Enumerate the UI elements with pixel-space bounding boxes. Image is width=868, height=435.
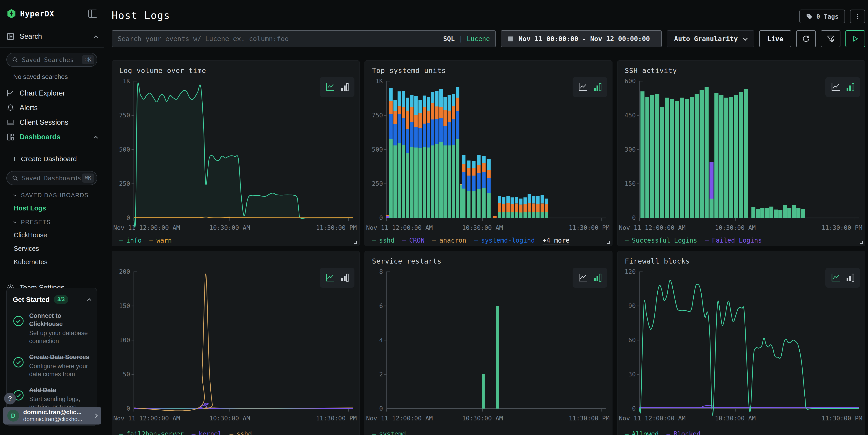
- saved-dashboards-input[interactable]: ⌘K: [6, 171, 97, 185]
- more-options-button[interactable]: [850, 9, 865, 23]
- legend-item[interactable]: —anacron: [432, 237, 466, 244]
- get-started-step[interactable]: Connect to ClickHouse Set up your databa…: [13, 312, 91, 345]
- kebab-icon: [854, 13, 861, 20]
- svg-text:11:30:00 PM: 11:30:00 PM: [569, 224, 610, 231]
- event-search-input[interactable]: [118, 35, 443, 43]
- line-chart-icon[interactable]: [831, 83, 840, 91]
- saved-dashboards-field[interactable]: [22, 175, 82, 182]
- section-saved-dashboards[interactable]: SAVED DASHBOARDS: [14, 192, 104, 198]
- legend-item[interactable]: —warn: [149, 237, 172, 244]
- event-search-box[interactable]: SQL | Lucene: [112, 30, 496, 47]
- svg-text:10:30:00 AM: 10:30:00 AM: [715, 224, 755, 231]
- svg-text:450: 450: [625, 112, 636, 119]
- granularity-select[interactable]: Auto Granularity: [667, 30, 754, 47]
- step-title: Add Data: [29, 386, 91, 394]
- sidebar-item-client-sessions[interactable]: Client Sessions: [0, 115, 104, 130]
- svg-text:Nov 11 12:00:00 AM: Nov 11 12:00:00 AM: [619, 415, 686, 422]
- svg-text:0: 0: [632, 405, 636, 412]
- resize-handle[interactable]: [354, 241, 357, 244]
- sidebar-item-clickhouse[interactable]: ClickHouse: [14, 231, 104, 239]
- sidebar-item-host-logs[interactable]: Host Logs: [14, 205, 104, 212]
- chevron-up-icon[interactable]: [87, 298, 91, 302]
- chart-type-toggle: [320, 268, 354, 288]
- bar-chart-icon[interactable]: [846, 273, 855, 282]
- help-button[interactable]: ?: [4, 393, 16, 404]
- saved-searches-field[interactable]: [22, 56, 82, 63]
- legend-item[interactable]: +4 more: [542, 237, 569, 244]
- date-range-picker[interactable]: Nov 11 00:00:00 - Nov 12 00:00:00: [501, 30, 662, 47]
- bar-chart-icon[interactable]: [340, 273, 349, 282]
- sidebar-item-chart-explorer[interactable]: Chart Explorer: [0, 86, 104, 100]
- saved-searches-input[interactable]: ⌘K: [6, 53, 97, 67]
- legend-item[interactable]: —sshd: [372, 237, 394, 244]
- sidebar-item-label: Search: [20, 32, 42, 40]
- date-range-value: Nov 11 00:00:00 - Nov 12 00:00:00: [519, 35, 650, 43]
- resize-handle[interactable]: [860, 241, 863, 244]
- sidebar-item-services[interactable]: Services: [14, 245, 104, 252]
- sidebar-item-search[interactable]: Search: [0, 29, 104, 44]
- chart-canvas: 1209060300Nov 11 12:00:00 AM10:30:00 AM1…: [618, 267, 865, 427]
- line-chart-icon[interactable]: [325, 273, 335, 282]
- legend-item[interactable]: —fail2ban-server: [119, 430, 184, 435]
- lucene-mode-toggle[interactable]: Lucene: [467, 35, 490, 43]
- line-chart-icon[interactable]: [325, 83, 335, 91]
- refresh-button[interactable]: [796, 30, 816, 47]
- legend-item[interactable]: —systemd-logind: [474, 237, 535, 244]
- collapse-sidebar-icon[interactable]: [88, 9, 97, 18]
- sidebar-item-dashboards[interactable]: Dashboards: [0, 130, 104, 144]
- filter-button[interactable]: [821, 30, 840, 47]
- bar-chart-icon[interactable]: [593, 273, 602, 282]
- legend-item[interactable]: —Successful Logins: [625, 237, 697, 244]
- sidebar-item-kubernetes[interactable]: Kubernetes: [14, 258, 104, 266]
- chart-title: Firewall blocks: [625, 257, 690, 265]
- legend-item[interactable]: —Allowed: [625, 430, 659, 435]
- svg-text:0: 0: [126, 214, 130, 221]
- plus-icon: +: [12, 155, 17, 163]
- chart-card-firewall-blocks: Firewall blocks 1209060300Nov 11 12:00:0…: [617, 251, 865, 435]
- get-started-card: Get Started 3/3 Connect to ClickHouse Se…: [6, 288, 97, 426]
- resize-handle[interactable]: [607, 241, 610, 244]
- tags-count-label: 0 Tags: [816, 13, 839, 20]
- chart-legend: —systemd: [372, 430, 406, 435]
- tags-button[interactable]: 0 Tags: [799, 9, 845, 23]
- sidebar-item-label: Chart Explorer: [20, 89, 65, 97]
- get-started-step[interactable]: Create Data Sources Configure where your…: [13, 353, 91, 378]
- chart-legend: —sshd—CRON—anacron—systemd-logind+4 more: [372, 237, 569, 244]
- sql-mode-toggle[interactable]: SQL: [443, 35, 455, 43]
- legend-item[interactable]: —CRON: [402, 237, 425, 244]
- bar-chart-icon[interactable]: [846, 83, 855, 91]
- svg-text:Nov 11 12:00:00 AM: Nov 11 12:00:00 AM: [366, 415, 433, 422]
- search-icon: [12, 57, 18, 63]
- line-chart-icon[interactable]: [578, 273, 588, 282]
- svg-text:11:30:00 PM: 11:30:00 PM: [822, 224, 862, 231]
- legend-item[interactable]: —Failed Logins: [705, 237, 762, 244]
- bar-chart-icon[interactable]: [593, 83, 602, 91]
- line-chart-icon[interactable]: [578, 83, 588, 91]
- run-query-button[interactable]: [845, 30, 865, 47]
- legend-item[interactable]: —kernel: [192, 430, 222, 435]
- sidebar-item-label: Dashboards: [20, 133, 60, 141]
- chevron-up-icon[interactable]: [94, 35, 98, 39]
- legend-item[interactable]: —info: [119, 237, 142, 244]
- chart-title: Log volume over time: [119, 67, 206, 74]
- create-dashboard-label: Create Dashboard: [21, 155, 77, 163]
- chevron-up-icon[interactable]: [94, 136, 98, 140]
- chart-type-toggle: [826, 77, 860, 97]
- svg-text:150: 150: [625, 180, 636, 187]
- legend-item[interactable]: —Blocked: [666, 430, 701, 435]
- svg-text:600: 600: [625, 77, 636, 85]
- line-chart-icon[interactable]: [831, 273, 840, 282]
- legend-item[interactable]: —sshd: [229, 430, 252, 435]
- bar-chart-icon[interactable]: [340, 83, 349, 91]
- chart-card-service-restarts: Service restarts 86420Nov 11 12:00:00 AM…: [365, 251, 613, 435]
- chart-canvas: 1K7505002500Nov 11 12:00:00 AM10:30:00 A…: [112, 76, 360, 236]
- live-button[interactable]: Live: [759, 30, 791, 47]
- logo-row: HyperDX: [0, 0, 104, 19]
- section-presets[interactable]: PRESETS: [14, 219, 104, 225]
- legend-item[interactable]: —systemd: [372, 430, 406, 435]
- user-account-row[interactable]: D dominic.tran@clic... dominic.tran@clic…: [3, 407, 101, 425]
- sidebar-item-alerts[interactable]: Alerts: [0, 100, 104, 115]
- svg-text:150: 150: [119, 302, 130, 309]
- user-email: dominic.tran@clickho...: [23, 416, 82, 423]
- create-dashboard-button[interactable]: + Create Dashboard: [0, 152, 104, 166]
